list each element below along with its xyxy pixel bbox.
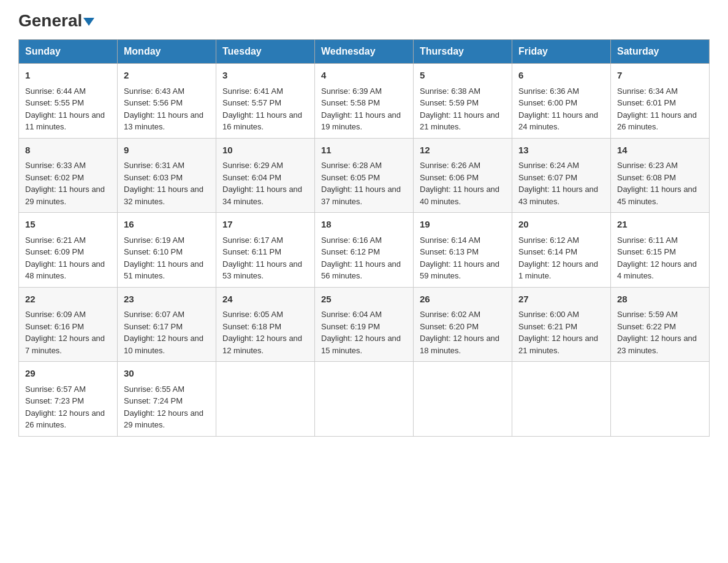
day-number: 24 xyxy=(222,293,308,307)
calendar-week-row: 22 Sunrise: 6:09 AM Sunset: 6:16 PM Dayl… xyxy=(19,287,710,362)
calendar-week-row: 15 Sunrise: 6:21 AM Sunset: 6:09 PM Dayl… xyxy=(19,213,710,288)
daylight-label: Daylight: 11 hours and 48 minutes. xyxy=(25,259,105,281)
sunset-label: Sunset: 6:04 PM xyxy=(222,173,281,182)
day-number: 6 xyxy=(518,69,604,83)
day-number: 12 xyxy=(420,144,506,158)
page-header: General xyxy=(18,12,710,27)
calendar-cell: 17 Sunrise: 6:17 AM Sunset: 6:11 PM Dayl… xyxy=(216,213,315,288)
sunset-label: Sunset: 5:56 PM xyxy=(124,98,183,107)
calendar-cell: 23 Sunrise: 6:07 AM Sunset: 6:17 PM Dayl… xyxy=(118,287,216,362)
sunrise-label: Sunrise: 6:05 AM xyxy=(222,310,283,319)
sunrise-label: Sunrise: 6:29 AM xyxy=(222,161,283,170)
sunrise-label: Sunrise: 6:12 AM xyxy=(518,236,579,245)
calendar-cell xyxy=(611,362,710,437)
daylight-label: Daylight: 11 hours and 45 minutes. xyxy=(617,185,697,206)
logo-main: General xyxy=(18,12,94,29)
sunset-label: Sunset: 7:23 PM xyxy=(25,396,84,405)
calendar-cell: 19 Sunrise: 6:14 AM Sunset: 6:13 PM Dayl… xyxy=(414,213,512,288)
sunset-label: Sunset: 6:22 PM xyxy=(617,322,676,331)
daylight-label: Daylight: 11 hours and 13 minutes. xyxy=(124,110,203,132)
sunrise-label: Sunrise: 6:14 AM xyxy=(420,236,480,245)
weekday-header-wednesday: Wednesday xyxy=(315,40,414,64)
sunrise-label: Sunrise: 6:23 AM xyxy=(617,161,678,170)
sunrise-label: Sunrise: 6:19 AM xyxy=(124,236,184,245)
daylight-label: Daylight: 12 hours and 29 minutes. xyxy=(124,408,203,430)
daylight-label: Daylight: 11 hours and 34 minutes. xyxy=(222,185,302,206)
calendar-cell: 5 Sunrise: 6:38 AM Sunset: 5:59 PM Dayli… xyxy=(414,64,512,139)
daylight-label: Daylight: 11 hours and 32 minutes. xyxy=(124,185,203,206)
day-number: 17 xyxy=(222,218,308,232)
logo-triangle-icon xyxy=(83,18,94,26)
weekday-header-saturday: Saturday xyxy=(611,40,710,64)
day-number: 22 xyxy=(25,293,111,307)
calendar-cell: 21 Sunrise: 6:11 AM Sunset: 6:15 PM Dayl… xyxy=(611,213,710,288)
sunrise-label: Sunrise: 6:55 AM xyxy=(124,385,184,394)
sunset-label: Sunset: 6:03 PM xyxy=(124,173,183,182)
sunset-label: Sunset: 6:16 PM xyxy=(25,322,84,331)
daylight-label: Daylight: 12 hours and 7 minutes. xyxy=(25,334,105,355)
day-number: 11 xyxy=(321,144,407,158)
day-number: 16 xyxy=(124,218,210,232)
sunrise-label: Sunrise: 6:21 AM xyxy=(25,236,86,245)
daylight-label: Daylight: 12 hours and 4 minutes. xyxy=(617,259,697,281)
daylight-label: Daylight: 12 hours and 18 minutes. xyxy=(420,334,499,355)
sunset-label: Sunset: 6:18 PM xyxy=(222,322,281,331)
calendar-cell: 3 Sunrise: 6:41 AM Sunset: 5:57 PM Dayli… xyxy=(216,64,315,139)
daylight-label: Daylight: 12 hours and 21 minutes. xyxy=(518,334,598,355)
calendar-cell: 27 Sunrise: 6:00 AM Sunset: 6:21 PM Dayl… xyxy=(512,287,611,362)
day-number: 7 xyxy=(617,69,703,83)
calendar-cell xyxy=(315,362,414,437)
daylight-label: Daylight: 11 hours and 56 minutes. xyxy=(321,259,401,281)
day-number: 14 xyxy=(617,144,703,158)
sunset-label: Sunset: 5:55 PM xyxy=(25,98,84,107)
daylight-label: Daylight: 11 hours and 19 minutes. xyxy=(321,110,401,132)
sunset-label: Sunset: 6:21 PM xyxy=(518,322,577,331)
calendar-cell xyxy=(216,362,315,437)
sunset-label: Sunset: 5:57 PM xyxy=(222,98,281,107)
sunrise-label: Sunrise: 6:00 AM xyxy=(518,310,579,319)
calendar-cell: 7 Sunrise: 6:34 AM Sunset: 6:01 PM Dayli… xyxy=(611,64,710,139)
sunset-label: Sunset: 5:58 PM xyxy=(321,98,380,107)
sunset-label: Sunset: 5:59 PM xyxy=(420,98,479,107)
sunset-label: Sunset: 6:06 PM xyxy=(420,173,479,182)
sunrise-label: Sunrise: 5:59 AM xyxy=(617,310,678,319)
sunrise-label: Sunrise: 6:39 AM xyxy=(321,86,382,96)
calendar-cell: 28 Sunrise: 5:59 AM Sunset: 6:22 PM Dayl… xyxy=(611,287,710,362)
day-number: 21 xyxy=(617,218,703,232)
day-number: 5 xyxy=(420,69,506,83)
day-number: 8 xyxy=(25,144,111,158)
day-number: 27 xyxy=(518,293,604,307)
sunrise-label: Sunrise: 6:17 AM xyxy=(222,236,283,245)
calendar-cell: 26 Sunrise: 6:02 AM Sunset: 6:20 PM Dayl… xyxy=(414,287,512,362)
sunrise-label: Sunrise: 6:36 AM xyxy=(518,86,579,96)
sunset-label: Sunset: 6:20 PM xyxy=(420,322,479,331)
sunrise-label: Sunrise: 6:43 AM xyxy=(124,86,184,96)
day-number: 29 xyxy=(25,367,111,381)
daylight-label: Daylight: 11 hours and 24 minutes. xyxy=(518,110,598,132)
daylight-label: Daylight: 11 hours and 37 minutes. xyxy=(321,185,401,206)
calendar-cell: 20 Sunrise: 6:12 AM Sunset: 6:14 PM Dayl… xyxy=(512,213,611,288)
daylight-label: Daylight: 12 hours and 15 minutes. xyxy=(321,334,401,355)
calendar-cell: 13 Sunrise: 6:24 AM Sunset: 6:07 PM Dayl… xyxy=(512,138,611,213)
sunset-label: Sunset: 6:10 PM xyxy=(124,247,183,256)
logo: General xyxy=(18,12,94,27)
daylight-label: Daylight: 11 hours and 43 minutes. xyxy=(518,185,598,206)
daylight-label: Daylight: 12 hours and 12 minutes. xyxy=(222,334,302,355)
daylight-label: Daylight: 12 hours and 10 minutes. xyxy=(124,334,203,355)
calendar-cell: 29 Sunrise: 6:57 AM Sunset: 7:23 PM Dayl… xyxy=(19,362,118,437)
sunset-label: Sunset: 6:19 PM xyxy=(321,322,380,331)
sunrise-label: Sunrise: 6:33 AM xyxy=(25,161,86,170)
daylight-label: Daylight: 11 hours and 29 minutes. xyxy=(25,185,105,206)
calendar-cell: 11 Sunrise: 6:28 AM Sunset: 6:05 PM Dayl… xyxy=(315,138,414,213)
calendar-cell: 16 Sunrise: 6:19 AM Sunset: 6:10 PM Dayl… xyxy=(118,213,216,288)
day-number: 13 xyxy=(518,144,604,158)
day-number: 19 xyxy=(420,218,506,232)
sunrise-label: Sunrise: 6:11 AM xyxy=(617,236,678,245)
daylight-label: Daylight: 11 hours and 11 minutes. xyxy=(25,110,105,132)
daylight-label: Daylight: 11 hours and 21 minutes. xyxy=(420,110,499,132)
weekday-header-monday: Monday xyxy=(118,40,216,64)
sunrise-label: Sunrise: 6:28 AM xyxy=(321,161,382,170)
daylight-label: Daylight: 11 hours and 53 minutes. xyxy=(222,259,302,281)
sunset-label: Sunset: 6:13 PM xyxy=(420,247,479,256)
calendar-week-row: 29 Sunrise: 6:57 AM Sunset: 7:23 PM Dayl… xyxy=(19,362,710,437)
